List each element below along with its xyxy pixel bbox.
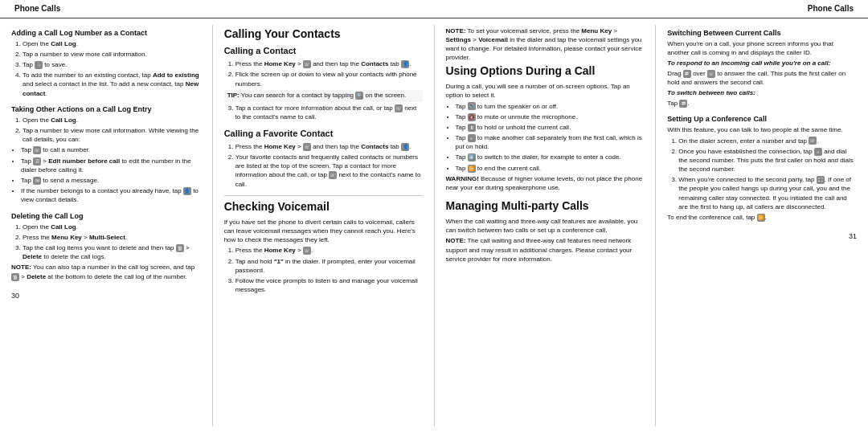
- section-checking-voicemail: Checking Voicemail If you have set the p…: [224, 199, 423, 294]
- page-container: Phone Calls Phone Calls Adding a Call Lo…: [0, 0, 868, 433]
- list-item: Tap ☆ to save.: [23, 60, 201, 69]
- delete-icon: 🗑: [176, 244, 184, 252]
- list-item: Tap ⏸ to hold or unhold the current call…: [456, 123, 645, 132]
- content-area: Adding a Call Log Number as a Contact Op…: [0, 18, 868, 434]
- list-item: Tap a number to view more call informati…: [23, 50, 201, 59]
- switching-calls-intro: When you're on a call, your phone screen…: [667, 39, 857, 57]
- title-conference-call: Setting Up a Conference Call: [667, 114, 857, 124]
- column-4: Switching Between Current Calls When you…: [656, 25, 868, 427]
- delete-icon-2: 🗑: [11, 273, 19, 281]
- switch-calls-text: Tap ⇄.: [667, 99, 857, 108]
- list-item: Follow the voice prompts to listen to an…: [235, 276, 423, 294]
- list-deleting-call-log: Open the Call Log. Press the Menu Key > …: [23, 223, 201, 262]
- section-using-options: Using Options During a Call During a cal…: [446, 63, 645, 192]
- list-options: Tap 🔊 to turn the speaker on or off. Tap…: [456, 102, 645, 173]
- list-item: Press the Menu Key > Multi-Select.: [23, 233, 201, 242]
- section-divider: [224, 195, 423, 196]
- end-icon: 📴: [757, 214, 765, 222]
- list-item: Press the Home Key > ☏ and then tap the …: [235, 142, 423, 151]
- merge-icon: ⛶: [817, 176, 825, 184]
- dialer-icon: #️⃣: [468, 153, 476, 161]
- title-using-options: Using Options During a Call: [446, 63, 645, 79]
- title-calling-favorite: Calling a Favorite Contact: [224, 128, 423, 140]
- respond-call-text: Drag ⇄ over ☏ to answer the call. This p…: [667, 69, 857, 87]
- list-item: Tap ☰ > Edit number before call to edit …: [21, 157, 201, 174]
- list-item: Tap 📴 to end the current call.: [456, 164, 645, 173]
- header-right: Phone Calls: [808, 3, 854, 14]
- list-item: If the number belongs to a contact you a…: [21, 186, 201, 204]
- drag-icon: ⇄: [683, 70, 691, 78]
- title-adding-call-log: Adding a Call Log Number as a Contact: [11, 28, 201, 38]
- hold-icon: ⏸: [468, 124, 476, 132]
- list-bullets-actions: Tap ☏ to call a number. Tap ☰ > Edit num…: [21, 145, 201, 204]
- call-icon-2: ☏: [395, 104, 403, 112]
- list-item: Tap a contact for more information about…: [235, 104, 423, 121]
- section-multi-party: Managing Multi-party Calls When the call…: [446, 198, 645, 263]
- end-call-icon: 📴: [468, 165, 476, 173]
- conference-intro: With this feature, you can talk to two p…: [667, 125, 857, 134]
- call-icon-3: ☏: [329, 171, 337, 179]
- switch-icon: ⇄: [679, 100, 687, 108]
- section-calling-favorite: Calling a Favorite Contact Press the Hom…: [224, 128, 423, 189]
- column-2: Calling Your Contacts Calling a Contact …: [213, 25, 435, 427]
- list-voicemail: Press the Home Key > ☏. Tap and hold "1"…: [235, 246, 423, 294]
- section-conference-call: Setting Up a Conference Call With this f…: [667, 114, 857, 222]
- list-item: Once you have established the connection…: [678, 147, 857, 174]
- list-item: Press the Home Key > ☏ and then tap the …: [235, 59, 423, 68]
- list-item: On the dialer screen, enter a number and…: [678, 137, 857, 145]
- list-conference: On the dialer screen, enter a number and…: [678, 137, 857, 212]
- end-conference-text: To end the conference call, tap 📴.: [667, 213, 857, 222]
- list-item: Tap ✉ to send a message.: [21, 176, 201, 185]
- answer-icon: ☏: [707, 70, 715, 78]
- list-taking-other-actions: Open the Call Log. Tap a number to view …: [23, 116, 201, 145]
- page-number-left: 30: [11, 291, 19, 300]
- list-item: To add the number to an existing contact…: [23, 71, 201, 98]
- header-left: Phone Calls: [14, 3, 60, 14]
- title-switching-calls: Switching Between Current Calls: [667, 28, 857, 38]
- contacts-tab-icon: 👤: [401, 60, 409, 68]
- note-delete: NOTE: You can also tap a number in the c…: [11, 263, 201, 280]
- menu-icon: ☰: [33, 157, 41, 165]
- italic-respond-call: To respond to an incoming call while you…: [667, 59, 857, 68]
- list-item: Tap the call log items you want to delet…: [23, 243, 201, 261]
- page-number-right: 31: [849, 231, 857, 241]
- section-deleting-call-log: Deleting the Call Log Open the Call Log.…: [11, 211, 201, 281]
- section-switching-calls: Switching Between Current Calls When you…: [667, 28, 857, 108]
- list-calling-favorite: Press the Home Key > ☏ and then tap the …: [235, 142, 423, 189]
- phone-icon-2: ☏: [303, 143, 311, 151]
- list-item: Tap and hold "1" in the dialer. If promp…: [235, 257, 423, 275]
- contacts-tab-icon-2: 👤: [401, 143, 409, 151]
- tip-search: TIP: You can search for a contact by tap…: [224, 90, 423, 102]
- title-calling-contact: Calling a Contact: [224, 45, 423, 57]
- list-adding-call-log: Open the Call Log. Tap a number to view …: [23, 39, 201, 98]
- section-taking-other-actions: Taking Other Actions on a Call Log Entry…: [11, 104, 201, 205]
- list-item: Tap + to make another call separately fr…: [456, 133, 645, 151]
- multi-party-intro: When the call waiting and three-way call…: [446, 217, 645, 235]
- column-1: Adding a Call Log Number as a Contact Op…: [0, 25, 213, 427]
- save-icon: ☆: [35, 61, 43, 69]
- title-taking-other-actions: Taking Other Actions on a Call Log Entry: [11, 104, 201, 114]
- list-item: Tap a number to view more call informati…: [23, 126, 201, 144]
- footer-right: 31: [667, 228, 857, 241]
- header-bar: Phone Calls Phone Calls: [0, 0, 868, 18]
- section-calling-contacts: Calling Your Contacts Calling a Contact …: [224, 27, 423, 122]
- list-item: When you're connected to the second part…: [678, 175, 857, 211]
- column-3: NOTE: To set your voicemail service, pre…: [435, 25, 657, 427]
- footer-left: 30: [11, 288, 201, 300]
- phone-icon: ☏: [303, 60, 311, 68]
- warning-speaker: WARNING! Because of higher volume levels…: [446, 174, 645, 192]
- mute-icon: 🔇: [468, 113, 476, 121]
- title-calling-contacts: Calling Your Contacts: [224, 27, 423, 42]
- voicemail-icon: ☏: [303, 247, 311, 255]
- list-item: Tap ☏ to call a number.: [21, 145, 201, 154]
- note-voicemail-service: NOTE: To set your voicemail service, pre…: [446, 27, 645, 63]
- note-multi-party: NOTE: The call waiting and three-way cal…: [446, 236, 645, 263]
- list-calling-contact: Press the Home Key > ☏ and then tap the …: [235, 59, 423, 88]
- list-item: Your favorite contacts and frequently ca…: [235, 153, 423, 189]
- list-item: Open the Call Log.: [23, 223, 201, 231]
- list-item: Open the Call Log.: [23, 39, 201, 48]
- contact-icon: 👤: [183, 187, 191, 195]
- list-item: Tap 🔇 to mute or unmute the microphone.: [456, 112, 645, 121]
- title-checking-voicemail: Checking Voicemail: [224, 199, 423, 214]
- list-item: Open the Call Log.: [23, 116, 201, 125]
